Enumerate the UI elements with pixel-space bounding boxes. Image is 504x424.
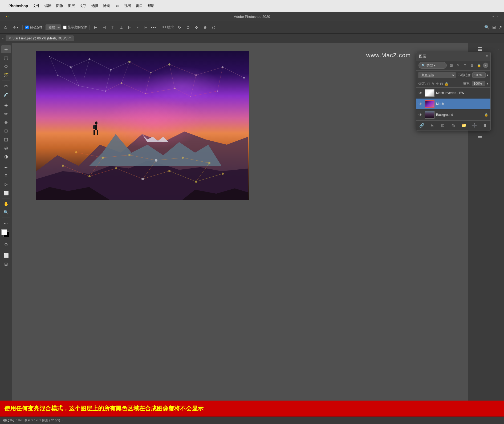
left-chevron-icon[interactable]: « bbox=[2, 36, 4, 40]
menu-select[interactable]: 选择 bbox=[91, 3, 98, 8]
3d-rotate-icon[interactable]: ↻ bbox=[176, 25, 183, 30]
move-tool-icon[interactable]: ✛ bbox=[1, 45, 11, 53]
align-middle-icon[interactable]: ⊨ bbox=[127, 25, 133, 30]
align-center-icon[interactable]: ⊣ bbox=[101, 25, 107, 30]
menu-filter[interactable]: 滤镜 bbox=[103, 3, 110, 8]
opacity-arrow[interactable]: ▾ bbox=[487, 73, 488, 77]
tab-close-button[interactable]: ✕ bbox=[9, 37, 11, 40]
hand-tool-icon[interactable]: ✋ bbox=[1, 200, 11, 208]
layers-type-filter[interactable]: 🔍 类型 ▾ bbox=[418, 62, 447, 69]
layer-item-background[interactable]: 👁 Background 🔒 bbox=[416, 109, 490, 120]
layer-select[interactable]: 图层 组 bbox=[46, 25, 61, 30]
far-right-icon-1[interactable]: › bbox=[493, 45, 503, 53]
menu-view[interactable]: 视图 bbox=[124, 3, 131, 8]
layer-effects-button[interactable]: fx bbox=[429, 122, 436, 129]
menu-image[interactable]: 图像 bbox=[56, 3, 63, 8]
adjustment-filter-icon[interactable]: ✎ bbox=[455, 63, 461, 68]
auto-select-input[interactable] bbox=[25, 26, 29, 29]
artboard-icon[interactable]: ⊞ bbox=[1, 260, 11, 268]
new-layer-button[interactable]: ➕ bbox=[471, 122, 478, 129]
text-tool-icon[interactable]: T bbox=[1, 172, 11, 180]
layer-item-mesh[interactable]: 👁 Mesh bbox=[416, 99, 490, 109]
close-button[interactable] bbox=[4, 16, 4, 17]
align-left-icon[interactable]: ⊢ bbox=[92, 25, 99, 30]
color-swatches[interactable] bbox=[1, 229, 11, 239]
pixel-filter-icon[interactable]: ⊡ bbox=[448, 63, 454, 68]
3d-pan-icon[interactable]: ✛ bbox=[193, 25, 200, 30]
path-select-icon[interactable]: ⊳ bbox=[1, 180, 11, 188]
search-icon[interactable]: 🔍 bbox=[484, 25, 490, 30]
show-transform-checkbox[interactable]: 显示变换控件 bbox=[63, 25, 87, 30]
distribute-icon[interactable]: ⊩ bbox=[142, 25, 149, 30]
menu-text[interactable]: 文字 bbox=[80, 3, 87, 8]
align-top-icon[interactable]: ⊥ bbox=[118, 25, 124, 30]
move-tool[interactable]: ✛ ▾ bbox=[11, 25, 20, 30]
collapse-right-icon[interactable]: « bbox=[497, 15, 499, 18]
fill-arrow[interactable]: ▾ bbox=[487, 82, 488, 85]
menu-3d[interactable]: 3D bbox=[115, 4, 119, 8]
lock-all-icon[interactable]: 🔒 bbox=[444, 82, 449, 86]
more-tools-button[interactable]: ••• bbox=[1, 219, 11, 227]
crop-icon[interactable]: ✂ bbox=[1, 82, 11, 90]
maximize-button[interactable] bbox=[9, 16, 9, 17]
lock-artboard-icon[interactable]: ⊠ bbox=[440, 82, 443, 86]
healing-brush-icon[interactable]: ✚ bbox=[1, 101, 11, 109]
lock-move-icon[interactable]: ✛ bbox=[436, 82, 439, 86]
align-right-icon[interactable]: ⊤ bbox=[109, 25, 116, 30]
eyedropper-icon[interactable]: 💉 bbox=[1, 90, 11, 98]
group-layers-button[interactable]: 📁 bbox=[461, 122, 467, 129]
magic-wand-icon[interactable]: 🪄 bbox=[1, 71, 11, 79]
lasso-icon[interactable]: ⬭ bbox=[1, 62, 11, 70]
menu-file[interactable]: 文件 bbox=[33, 3, 40, 8]
minimize-button[interactable] bbox=[6, 16, 7, 17]
share-icon[interactable]: ↗ bbox=[498, 25, 502, 30]
document-tab[interactable]: ✕ Star Field.psd @ 66.7% (Mesh, RGB/8) * bbox=[6, 35, 74, 41]
screen-mode-icon[interactable]: ⬜ bbox=[1, 251, 11, 259]
align-bottom-icon[interactable]: ⊦ bbox=[135, 25, 140, 30]
3d-slide-icon[interactable]: ⊕ bbox=[202, 25, 208, 30]
clone-stamp-icon[interactable]: ⊕ bbox=[1, 118, 11, 126]
delete-layer-button[interactable]: 🗑 bbox=[482, 122, 488, 129]
3d-roll-icon[interactable]: ⊙ bbox=[185, 25, 191, 30]
menu-edit[interactable]: 编辑 bbox=[44, 3, 51, 8]
3d-scale-icon[interactable]: ⬡ bbox=[210, 25, 217, 30]
link-layers-button[interactable]: 🔗 bbox=[418, 122, 425, 129]
gradient-icon[interactable]: ◫ bbox=[1, 135, 11, 143]
collapse-left-icon[interactable]: « bbox=[493, 15, 494, 18]
status-arrow-icon[interactable]: › bbox=[62, 419, 63, 422]
layer-visibility-eye-mesh[interactable]: 👁 bbox=[418, 102, 423, 106]
dodge-icon[interactable]: ◑ bbox=[1, 152, 11, 160]
properties-panel-icon[interactable] bbox=[475, 132, 485, 141]
brush-icon[interactable]: ✏ bbox=[1, 110, 11, 118]
fill-adjustment-button[interactable]: ◎ bbox=[450, 122, 457, 129]
foreground-color[interactable] bbox=[1, 229, 7, 235]
select-rect-icon[interactable]: ⬚ bbox=[1, 54, 11, 62]
zoom-tool-icon[interactable]: 🔍 bbox=[1, 208, 11, 216]
panel-toggle-icon[interactable]: ⊞ bbox=[492, 25, 496, 30]
menu-layer[interactable]: 图层 bbox=[68, 3, 75, 8]
opacity-value[interactable]: 100% bbox=[472, 72, 486, 78]
menu-window[interactable]: 窗口 bbox=[136, 3, 143, 8]
filter-toggle[interactable]: ● bbox=[483, 63, 488, 68]
more-options-button[interactable]: ••• bbox=[151, 25, 156, 30]
canvas-image-container[interactable] bbox=[36, 51, 249, 200]
add-mask-button[interactable]: ⊡ bbox=[440, 122, 446, 129]
blur-icon[interactable]: ◎ bbox=[1, 144, 11, 152]
menu-help[interactable]: 帮助 bbox=[148, 3, 155, 8]
auto-select-checkbox[interactable]: 自动选择: bbox=[25, 25, 43, 30]
layer-item-mesh-inverted[interactable]: 👁 Mesh Inverted - BW bbox=[416, 88, 490, 99]
layer-visibility-eye[interactable]: 👁 bbox=[418, 91, 423, 95]
fill-value[interactable]: 100% bbox=[472, 81, 485, 86]
smart-filter-icon[interactable]: 🔒 bbox=[476, 63, 482, 68]
shape-tool-icon[interactable]: ⬜ bbox=[1, 189, 11, 197]
eraser-icon[interactable]: ⊡ bbox=[1, 127, 11, 135]
zoom-level[interactable]: 66.67% bbox=[3, 419, 14, 422]
lock-pixels-icon[interactable]: ⊡ bbox=[427, 82, 430, 86]
blend-mode-select[interactable]: 颜色减淡 正常 滤色 叠加 bbox=[418, 72, 456, 78]
shape-filter-icon[interactable]: ⊞ bbox=[469, 63, 475, 68]
lock-paint-icon[interactable]: ✎ bbox=[432, 82, 434, 86]
layer-visibility-eye-bg[interactable]: 👁 bbox=[418, 113, 423, 117]
home-button[interactable]: ⌂ bbox=[2, 24, 9, 31]
show-transform-input[interactable] bbox=[63, 26, 67, 29]
type-filter-icon[interactable]: T bbox=[462, 63, 468, 68]
